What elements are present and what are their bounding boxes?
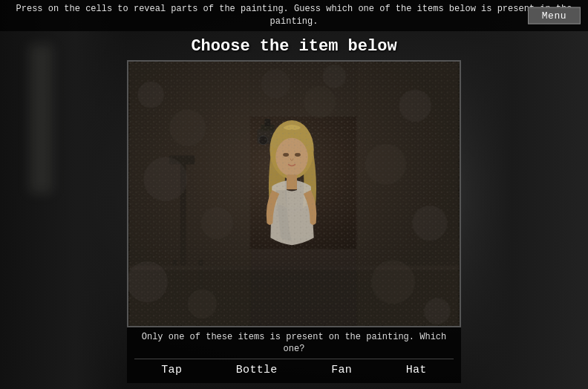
menu-button[interactable]: Menu xyxy=(528,7,581,24)
choice-fan[interactable]: Fan xyxy=(324,362,359,378)
choice-bottle[interactable]: Bottle xyxy=(229,362,285,378)
svg-rect-41 xyxy=(129,62,460,326)
clue-text: Only one of these items is present on th… xyxy=(134,331,454,356)
choice-hat[interactable]: Hat xyxy=(399,362,434,378)
instruction-bar: Press on the cells to reveal parts of th… xyxy=(0,0,588,31)
choice-tap[interactable]: Tap xyxy=(154,362,189,378)
choices-bar: Tap Bottle Fan Hat xyxy=(134,359,454,379)
painting-image xyxy=(128,62,460,326)
instruction-text: Press on the cells to reveal parts of th… xyxy=(16,4,572,27)
painting-wrapper[interactable] xyxy=(127,60,461,327)
page-title: Choose the item below xyxy=(191,37,396,56)
main-content: Press on the cells to reveal parts of th… xyxy=(0,0,588,389)
bottom-section: Only one of these items is present on th… xyxy=(127,327,461,384)
